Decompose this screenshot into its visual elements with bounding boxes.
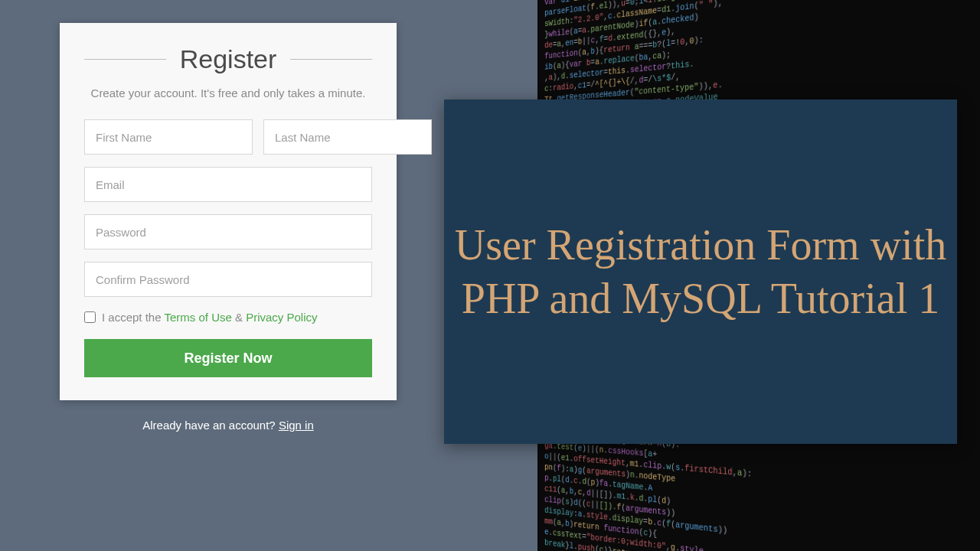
privacy-link[interactable]: Privacy Policy (246, 311, 317, 324)
terms-text: I accept the Terms of Use & Privacy Poli… (102, 311, 318, 324)
terms-row[interactable]: I accept the Terms of Use & Privacy Poli… (84, 311, 372, 324)
email-field[interactable] (84, 167, 372, 202)
form-subtitle: Create your account. It's free and only … (84, 86, 372, 99)
terms-link[interactable]: Terms of Use (164, 311, 231, 324)
signin-prefix: Already have an account? (142, 419, 279, 432)
first-name-field[interactable] (84, 119, 253, 155)
signin-link[interactable]: Sign in (279, 419, 314, 432)
last-name-field[interactable] (263, 119, 432, 155)
password-field[interactable] (84, 214, 372, 249)
terms-checkbox[interactable] (84, 311, 96, 323)
register-form-card: Register Create your account. It's free … (60, 23, 397, 400)
title-card: User Registration Form with PHP and MySQ… (444, 99, 957, 444)
form-heading: Register (84, 44, 372, 74)
register-button[interactable]: Register Now (84, 339, 372, 377)
signin-row: Already have an account? Sign in (60, 419, 397, 432)
tutorial-title: User Registration Form with PHP and MySQ… (444, 218, 957, 325)
confirm-password-field[interactable] (84, 262, 372, 297)
